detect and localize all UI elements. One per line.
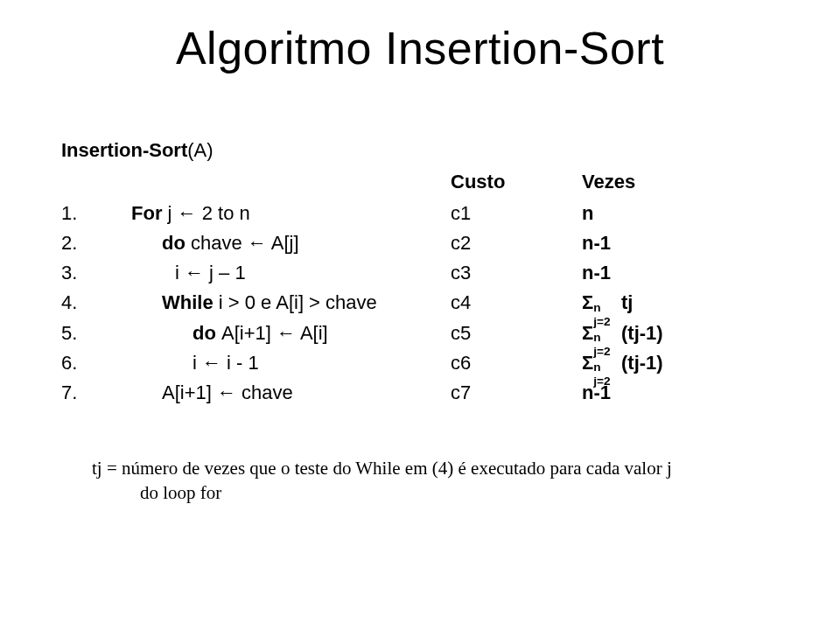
code-row: 7.A[i+1] ← chavec7n-1 xyxy=(61,378,796,408)
header-cost: Custo xyxy=(451,167,582,197)
line-number: 6. xyxy=(61,348,101,378)
code-fragment: j ← 2 to n xyxy=(168,202,250,224)
line-number: 3. xyxy=(61,258,101,288)
times-value: n xyxy=(582,199,796,228)
line-number: 5. xyxy=(61,318,101,348)
code-row: 3.i ← j – 1c3n-1 xyxy=(61,258,796,288)
cost-value: c6 xyxy=(451,348,582,378)
sigma-lower: j=2 xyxy=(593,372,610,390)
keyword: do xyxy=(192,322,221,344)
times-value: Σnj=2(tj-1) xyxy=(582,348,796,378)
code-text: For j ← 2 to n xyxy=(101,199,451,228)
procedure-arg: (A) xyxy=(187,139,213,161)
procedure-name: Insertion-Sort xyxy=(61,139,187,161)
line-number: 4. xyxy=(61,288,101,318)
code-text: While i > 0 e A[i] > chave xyxy=(101,288,451,318)
line-number: 7. xyxy=(61,378,101,408)
sigma-term: (tj-1) xyxy=(621,352,663,374)
code-row: 5.do A[i+1] ← A[i]c5Σnj=2(tj-1) xyxy=(61,318,796,348)
code-fragment: chave ← A[j] xyxy=(191,232,299,254)
code-text: do chave ← A[j] xyxy=(101,228,451,258)
sigma-icon: Σ xyxy=(582,322,593,344)
keyword: While xyxy=(162,291,219,313)
code-text: A[i+1] ← chave xyxy=(101,378,451,408)
times-value: n-1 xyxy=(582,258,796,288)
times-value: n-1 xyxy=(582,228,796,258)
code-row: 4.While i > 0 e A[i] > chavec4Σnj=2tj xyxy=(61,288,796,318)
keyword: For xyxy=(131,202,168,224)
code-text: do A[i+1] ← A[i] xyxy=(101,318,451,348)
code-text: i ← j – 1 xyxy=(101,258,451,288)
code-fragment: i > 0 e A[i] > chave xyxy=(219,291,377,313)
cost-value: c4 xyxy=(451,288,582,318)
code-fragment: A[i+1] ← chave xyxy=(162,382,293,403)
code-fragment: i ← i - 1 xyxy=(192,352,259,374)
code-fragment: A[i+1] ← A[i] xyxy=(221,322,328,344)
procedure-heading: Insertion-Sort(A) xyxy=(61,136,796,165)
code-fragment: i ← j – 1 xyxy=(175,262,246,284)
header-times: Vezes xyxy=(582,167,796,197)
cost-value: c5 xyxy=(451,318,582,348)
code-row: 2.do chave ← A[j]c2n-1 xyxy=(61,228,796,258)
times-value: Σnj=2(tj-1) xyxy=(582,318,796,348)
slide-title: Algoritmo Insertion-Sort xyxy=(44,22,796,74)
cost-value: c7 xyxy=(451,378,582,408)
code-text: i ← i - 1 xyxy=(101,348,451,378)
slide-body: Insertion-Sort(A) Custo Vezes 1.For j ← … xyxy=(44,136,796,506)
column-headers: Custo Vezes xyxy=(61,167,796,197)
footnote-line2: do loop for xyxy=(92,480,796,505)
code-row: 6.i ← i - 1c6Σnj=2(tj-1) xyxy=(61,348,796,378)
code-row: 1.For j ← 2 to nc1n xyxy=(61,199,796,228)
times-value: n-1 xyxy=(582,378,796,408)
cost-value: c1 xyxy=(451,199,582,228)
sigma-term: (tj-1) xyxy=(621,322,663,344)
times-value: Σnj=2tj xyxy=(582,288,796,318)
line-number: 1. xyxy=(61,199,101,228)
sigma-icon: Σ xyxy=(582,291,593,313)
line-number: 2. xyxy=(61,228,101,258)
keyword: do xyxy=(162,232,191,254)
cost-value: c2 xyxy=(451,228,582,258)
footnote-line1: tj = número de vezes que o teste do Whil… xyxy=(92,458,672,479)
sigma-icon: Σ xyxy=(582,352,593,374)
code-rows-container: 1.For j ← 2 to nc1n2.do chave ← A[j]c2n-… xyxy=(61,199,796,408)
cost-value: c3 xyxy=(451,258,582,288)
footnote: tj = número de vezes que o teste do Whil… xyxy=(61,456,796,506)
sigma-term: tj xyxy=(621,291,633,313)
